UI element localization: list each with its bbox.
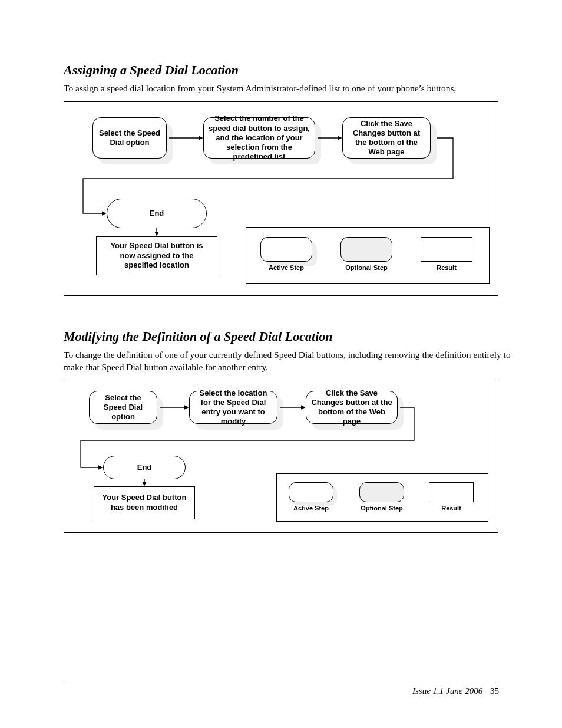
flow1-block-1: Select the Speed Dial option xyxy=(92,117,167,159)
legend-2: Active Step Optional Step Result xyxy=(276,473,488,522)
flow1-result: Your Speed Dial button is now assigned t… xyxy=(96,236,217,275)
legend1-result-label: Result xyxy=(417,264,476,272)
section2-desc: To change the definition of one of your … xyxy=(64,349,511,374)
flow2-block-1: Select the Speed Dial option xyxy=(89,391,157,424)
flow1-block-1-label: Select the Speed Dial option xyxy=(92,117,167,159)
flow2-result: Your Speed Dial button has been modified xyxy=(94,486,195,519)
figure-2: Select the Speed Dial option Select the … xyxy=(64,380,498,533)
legend2-optional-label: Optional Step xyxy=(352,505,411,512)
flow1-block-2-label: Select the number of the speed dial butt… xyxy=(203,117,315,159)
flow2-end: End xyxy=(103,456,186,479)
flow2-block-1-label: Select the Speed Dial option xyxy=(89,391,157,424)
legend2-result-label: Result xyxy=(422,505,481,512)
section1-desc: To assign a speed dial location from you… xyxy=(64,83,511,95)
section1-title: Assigning a Speed Dial Location xyxy=(64,62,239,78)
figure-1: Select the Speed Dial option Select the … xyxy=(64,101,498,296)
flow1-block-3: Click the Save Changes button at the bot… xyxy=(342,117,431,159)
document-page: Assigning a Speed Dial Location To assig… xyxy=(0,0,562,728)
flow1-end: End xyxy=(107,199,207,228)
footer-page-number: 35 xyxy=(490,686,499,696)
section2-title: Modifying the Definition of a Speed Dial… xyxy=(64,329,333,344)
legend-1: Active Step Optional Step Result xyxy=(246,227,490,284)
flow1-block-2: Select the number of the speed dial butt… xyxy=(203,117,315,159)
footer-rule xyxy=(64,681,498,681)
flow1-block-3-label: Click the Save Changes button at the bot… xyxy=(342,117,431,159)
flow2-block-2: Select the location for the Speed Dial e… xyxy=(189,391,277,424)
legend2-active-label: Active Step xyxy=(282,505,340,512)
flow2-block-2-label: Select the location for the Speed Dial e… xyxy=(189,391,277,424)
legend1-optional-label: Optional Step xyxy=(337,264,396,272)
legend1-active-label: Active Step xyxy=(257,264,316,272)
footer-issue: Issue 1.1 June 2006 xyxy=(412,686,482,696)
flow2-block-3-label: Click the Save Changes button at the bot… xyxy=(306,391,398,424)
flow2-block-3: Click the Save Changes button at the bot… xyxy=(306,391,398,424)
